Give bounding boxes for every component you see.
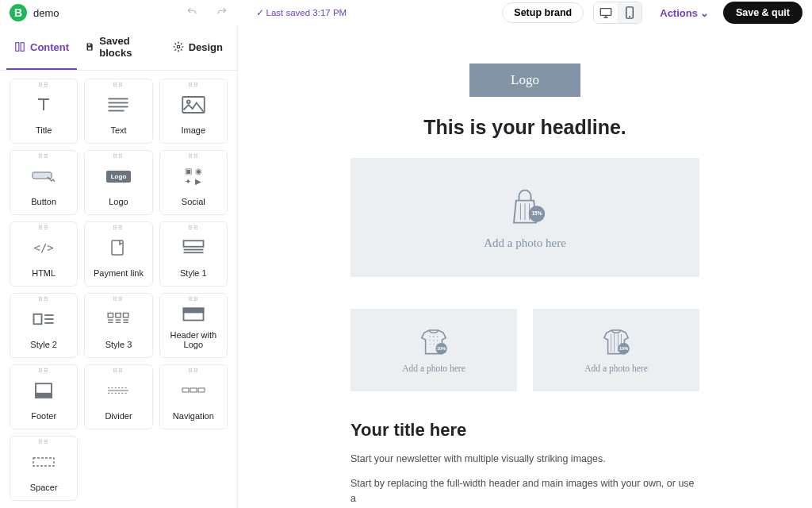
topbar: B demo ✓ Last saved 3:17 PM Setup brand …	[0, 0, 812, 25]
email-photo-small-2[interactable]: 10% Add a photo here	[533, 309, 699, 391]
grip-icon: ⠿⠿	[38, 298, 49, 302]
image-icon	[182, 84, 205, 125]
email-body-1[interactable]: Start your newsletter with multiple visu…	[350, 452, 699, 467]
grip-icon: ⠿⠿	[38, 84, 49, 87]
document-name[interactable]: demo	[33, 7, 59, 19]
email-body-2[interactable]: Start by replacing the full-width header…	[350, 476, 699, 506]
block-payment-link[interactable]: ⠿⠿ Payment link	[84, 221, 152, 287]
grip-icon: ⠿⠿	[113, 84, 124, 87]
svg-point-51	[433, 340, 434, 341]
email-photo-large[interactable]: 15% Add a photo here	[350, 158, 699, 277]
check-icon: ✓	[256, 7, 264, 18]
block-divider[interactable]: ⠿⠿ Divider	[84, 364, 152, 429]
grip-icon: ⠿⠿	[188, 156, 199, 159]
block-style-1[interactable]: ⠿⠿ Style 1	[159, 221, 228, 287]
svg-rect-33	[36, 394, 52, 398]
grip-icon: ⠿⠿	[188, 298, 199, 302]
block-logo[interactable]: ⠿⠿ Logo Logo	[84, 150, 152, 215]
svg-point-11	[187, 100, 190, 103]
logo-icon: Logo	[106, 156, 132, 197]
svg-rect-4	[21, 43, 24, 52]
grip-icon: ⠿⠿	[38, 227, 49, 230]
email-preview: Logo This is your headline. 15% Add a ph…	[350, 25, 699, 508]
block-text[interactable]: ⠿⠿ Text	[84, 79, 152, 144]
svg-rect-21	[109, 314, 113, 318]
svg-rect-37	[182, 388, 189, 392]
chevron-down-icon: ⌄	[700, 7, 709, 19]
email-headline[interactable]: This is your headline.	[350, 116, 699, 139]
email-photo-small-1[interactable]: 10% Add a photo here	[350, 309, 517, 391]
viewport-toggle	[593, 2, 642, 24]
svg-rect-40	[33, 458, 54, 466]
save-quit-button[interactable]: Save & quit	[723, 2, 802, 24]
email-logo-block[interactable]: Logo	[469, 64, 580, 97]
svg-rect-3	[16, 43, 19, 52]
redo-icon[interactable]	[216, 6, 228, 20]
grip-icon: ⠿⠿	[113, 227, 124, 230]
block-style-2[interactable]: ⠿⠿ Style 2	[10, 293, 78, 358]
grip-icon: ⠿⠿	[188, 370, 199, 373]
svg-point-48	[433, 336, 434, 337]
svg-rect-38	[190, 388, 197, 392]
svg-rect-39	[198, 388, 205, 392]
svg-rect-17	[34, 314, 42, 325]
grip-icon: ⠿⠿	[113, 370, 124, 373]
last-saved-status: ✓ Last saved 3:17 PM	[256, 7, 347, 18]
block-social[interactable]: ⠿⠿ ▣◉✦▶ Social	[159, 150, 228, 215]
block-style-3[interactable]: ⠿⠿ Style 3	[84, 293, 152, 358]
svg-text:10%: 10%	[437, 346, 446, 351]
photo-caption: Add a photo here	[484, 237, 566, 250]
block-spacer[interactable]: ⠿⠿ Spacer	[10, 436, 78, 501]
svg-rect-22	[116, 314, 121, 318]
grip-icon: ⠿⠿	[188, 227, 199, 230]
tab-content[interactable]: Content	[6, 25, 77, 70]
svg-point-5	[177, 45, 180, 48]
block-navigation[interactable]: ⠿⠿ Navigation	[159, 364, 228, 429]
social-icon: ▣◉✦▶	[185, 156, 202, 197]
sidebar: Content Saved blocks Design ⠿⠿ Title ⠿⠿	[0, 25, 238, 508]
desktop-view-button[interactable]	[594, 2, 618, 23]
svg-rect-23	[124, 314, 128, 318]
shirt-icon: 10%	[597, 327, 635, 359]
tab-saved-blocks[interactable]: Saved blocks	[77, 25, 165, 70]
email-title[interactable]: Your title here	[350, 420, 699, 441]
grip-icon: ⠿⠿	[113, 298, 124, 302]
photo-caption: Add a photo here	[584, 364, 648, 373]
svg-text:10%: 10%	[619, 346, 628, 351]
grip-icon: ⠿⠿	[38, 441, 49, 444]
block-header-logo[interactable]: ⠿⠿ Header with Logo	[159, 293, 228, 358]
svg-rect-13	[112, 241, 123, 255]
brand-logo-icon: B	[10, 4, 27, 21]
mobile-view-button[interactable]	[618, 2, 642, 23]
block-footer[interactable]: ⠿⠿ Footer	[10, 364, 78, 429]
block-image[interactable]: ⠿⠿ Image	[159, 79, 228, 144]
block-button[interactable]: ⠿⠿ Button	[10, 150, 78, 215]
button-icon	[32, 156, 56, 197]
actions-dropdown[interactable]: Actions ⌄	[660, 7, 709, 19]
block-html[interactable]: ⠿⠿ </> HTML	[10, 221, 78, 287]
bag-icon: 15%	[503, 186, 547, 230]
grip-icon: ⠿⠿	[188, 84, 199, 87]
svg-point-52	[437, 340, 438, 341]
navigation-icon	[182, 370, 205, 411]
style2-icon	[32, 298, 56, 340]
photo-caption: Add a photo here	[402, 364, 465, 373]
payment-icon	[106, 227, 130, 268]
block-title[interactable]: ⠿⠿ Title	[10, 79, 78, 144]
footer-icon	[32, 370, 56, 411]
sidebar-tabs: Content Saved blocks Design	[0, 25, 237, 71]
svg-point-50	[430, 340, 431, 341]
undo-icon[interactable]	[186, 6, 197, 20]
setup-brand-button[interactable]: Setup brand	[502, 2, 584, 23]
header-logo-icon	[182, 298, 205, 330]
spacer-icon	[32, 441, 56, 483]
grip-icon: ⠿⠿	[113, 156, 124, 159]
divider-icon	[106, 370, 130, 411]
svg-rect-14	[183, 241, 203, 247]
svg-point-47	[430, 336, 431, 337]
code-icon: </>	[34, 227, 54, 268]
shirt-icon: 10%	[415, 327, 453, 359]
tab-design[interactable]: Design	[165, 25, 231, 70]
canvas[interactable]: Logo This is your headline. 15% Add a ph…	[238, 25, 812, 508]
svg-point-49	[437, 336, 438, 337]
